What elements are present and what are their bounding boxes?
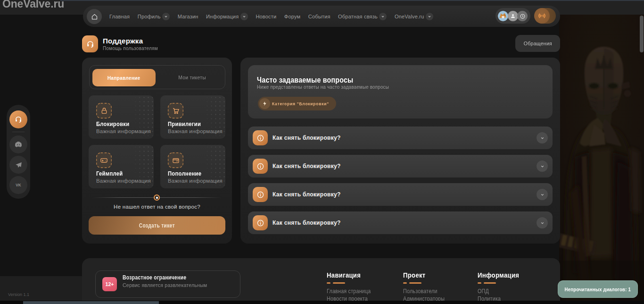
svg-text:VK: VK <box>16 183 21 187</box>
